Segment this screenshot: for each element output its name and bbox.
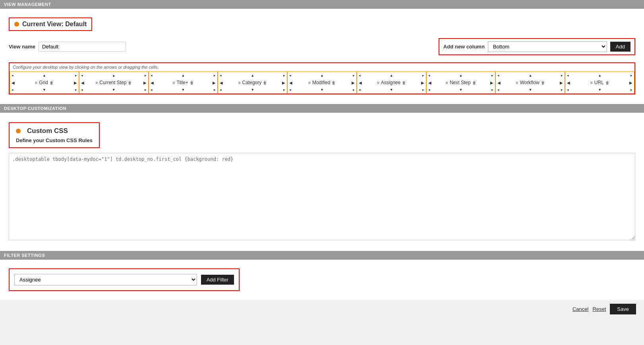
col-topleft-arrow-grid[interactable]: ◂ <box>12 73 14 77</box>
col-right-arrow-current-step[interactable]: ▶ <box>143 81 147 85</box>
col-botleft-arrow-workflow[interactable]: ◂ <box>497 88 499 92</box>
col-up-arrow-title-plus[interactable]: ▲ <box>181 73 185 77</box>
col-down-arrow-workflow[interactable]: ▼ <box>528 88 532 92</box>
col-down-arrow-modified[interactable]: ▼ <box>320 88 324 92</box>
col-trash-icon-next-step[interactable]: 🗑 <box>472 81 476 85</box>
col-left-arrow-url[interactable]: ◀ <box>567 81 570 85</box>
col-right-arrow-url[interactable]: ▶ <box>629 81 632 85</box>
col-topright-arrow-assignee[interactable]: ▸ <box>422 73 424 77</box>
col-botright-arrow-assignee[interactable]: ▸ <box>422 88 424 92</box>
col-down-arrow-url[interactable]: ▼ <box>598 88 601 92</box>
col-topright-arrow-modified[interactable]: ▸ <box>353 73 355 77</box>
add-column-button[interactable]: Add <box>610 42 630 52</box>
col-left-arrow-grid[interactable]: ◀ <box>12 81 15 85</box>
column-cell-current-step: ◂ ▲ ▸ ◀ ≡ Current Step 🗑 ▶ ◂ ▼ ▸ <box>79 71 149 94</box>
col-botleft-arrow-modified[interactable]: ◂ <box>289 88 291 92</box>
col-down-arrow-title-plus[interactable]: ▼ <box>181 88 185 92</box>
col-topleft-arrow-assignee[interactable]: ◂ <box>359 73 361 77</box>
col-right-arrow-category[interactable]: ▶ <box>282 81 285 85</box>
col-trash-icon-url[interactable]: 🗑 <box>605 81 609 85</box>
col-botleft-arrow-title-plus[interactable]: ◂ <box>151 88 153 92</box>
col-down-arrow-current-step[interactable]: ▼ <box>112 88 116 92</box>
col-botright-arrow-category[interactable]: ▸ <box>283 88 285 92</box>
col-left-arrow-workflow[interactable]: ◀ <box>497 81 501 85</box>
col-topleft-arrow-workflow[interactable]: ◂ <box>497 73 499 77</box>
col-name-category: Category <box>242 80 262 85</box>
col-topleft-arrow-url[interactable]: ◂ <box>567 73 569 77</box>
reset-button[interactable]: Reset <box>592 306 606 312</box>
col-trash-icon-workflow[interactable]: 🗑 <box>541 81 545 85</box>
col-right-arrow-workflow[interactable]: ▶ <box>560 81 563 85</box>
col-left-arrow-modified[interactable]: ◀ <box>289 81 292 85</box>
col-botright-arrow-url[interactable]: ▸ <box>630 88 632 92</box>
col-menu-icon-workflow: ≡ <box>516 80 518 85</box>
col-topright-arrow-title-plus[interactable]: ▸ <box>214 73 216 77</box>
columns-hint: Configure your desktop view by clicking … <box>10 63 634 71</box>
col-trash-icon-assignee[interactable]: 🗑 <box>402 81 406 85</box>
col-topleft-arrow-modified[interactable]: ◂ <box>289 73 291 77</box>
col-topright-arrow-next-step[interactable]: ▸ <box>491 73 493 77</box>
col-left-arrow-category[interactable]: ◀ <box>220 81 223 85</box>
col-right-arrow-assignee[interactable]: ▶ <box>421 81 424 85</box>
col-topleft-arrow-next-step[interactable]: ◂ <box>428 73 430 77</box>
col-up-arrow-next-step[interactable]: ▲ <box>459 73 463 77</box>
col-botleft-arrow-assignee[interactable]: ◂ <box>359 88 361 92</box>
col-botright-arrow-grid[interactable]: ▸ <box>75 88 77 92</box>
col-label-next-step: ≡ Next Step 🗑 <box>446 80 476 85</box>
col-botleft-arrow-current-step[interactable]: ◂ <box>81 88 83 92</box>
col-label-url: ≡ URL 🗑 <box>590 80 609 85</box>
col-botleft-arrow-next-step[interactable]: ◂ <box>428 88 430 92</box>
col-up-arrow-url[interactable]: ▲ <box>598 73 601 77</box>
orange-dot-icon <box>14 22 19 27</box>
col-topleft-arrow-title-plus[interactable]: ◂ <box>151 73 153 77</box>
col-botleft-arrow-category[interactable]: ◂ <box>220 88 222 92</box>
col-topright-arrow-grid[interactable]: ▸ <box>75 73 77 77</box>
col-trash-icon-category[interactable]: 🗑 <box>263 81 267 85</box>
col-botright-arrow-next-step[interactable]: ▸ <box>491 88 493 92</box>
col-botleft-arrow-grid[interactable]: ◂ <box>12 88 14 92</box>
col-up-arrow-assignee[interactable]: ▲ <box>390 73 393 77</box>
col-down-arrow-next-step[interactable]: ▼ <box>459 88 463 92</box>
col-down-arrow-grid[interactable]: ▼ <box>43 88 46 92</box>
col-name-url: URL <box>594 80 604 85</box>
col-name-current-step: Current Step <box>99 80 126 85</box>
add-column-select[interactable]: Bottom <box>488 41 607 52</box>
col-trash-icon-grid[interactable]: 🗑 <box>50 81 54 85</box>
col-up-arrow-workflow[interactable]: ▲ <box>528 73 532 77</box>
cancel-button[interactable]: Cancel <box>572 306 588 312</box>
col-left-arrow-assignee[interactable]: ◀ <box>359 81 362 85</box>
save-button[interactable]: Save <box>610 304 636 314</box>
add-filter-button[interactable]: Add Filter <box>201 275 234 285</box>
col-botright-arrow-current-step[interactable]: ▸ <box>145 88 147 92</box>
col-botright-arrow-title-plus[interactable]: ▸ <box>214 88 216 92</box>
col-left-arrow-current-step[interactable]: ◀ <box>81 81 84 85</box>
col-topright-arrow-url[interactable]: ▸ <box>630 73 632 77</box>
col-up-arrow-grid[interactable]: ▲ <box>43 73 46 77</box>
col-topright-arrow-workflow[interactable]: ▸ <box>561 73 563 77</box>
col-topright-arrow-category[interactable]: ▸ <box>283 73 285 77</box>
col-trash-icon-current-step[interactable]: 🗑 <box>128 81 132 85</box>
col-down-arrow-assignee[interactable]: ▼ <box>390 88 393 92</box>
col-up-arrow-modified[interactable]: ▲ <box>320 73 324 77</box>
col-left-arrow-title-plus[interactable]: ◀ <box>151 81 154 85</box>
col-topleft-arrow-current-step[interactable]: ◂ <box>81 73 83 77</box>
col-topright-arrow-current-step[interactable]: ▸ <box>145 73 147 77</box>
col-up-arrow-current-step[interactable]: ▲ <box>112 73 116 77</box>
col-left-arrow-next-step[interactable]: ◀ <box>428 81 431 85</box>
col-up-arrow-category[interactable]: ▲ <box>251 73 254 77</box>
css-textarea[interactable] <box>9 153 635 240</box>
col-name-title-plus: Title+ <box>177 80 188 85</box>
col-botright-arrow-modified[interactable]: ▸ <box>353 88 355 92</box>
col-trash-icon-title-plus[interactable]: 🗑 <box>190 81 194 85</box>
col-right-arrow-grid[interactable]: ▶ <box>74 81 77 85</box>
col-botright-arrow-workflow[interactable]: ▸ <box>561 88 563 92</box>
col-right-arrow-next-step[interactable]: ▶ <box>490 81 493 85</box>
col-trash-icon-modified[interactable]: 🗑 <box>332 81 336 85</box>
col-right-arrow-modified[interactable]: ▶ <box>352 81 355 85</box>
view-name-input[interactable] <box>39 42 126 52</box>
col-botleft-arrow-url[interactable]: ◂ <box>567 88 569 92</box>
filter-select[interactable]: Assignee <box>14 274 197 285</box>
col-topleft-arrow-category[interactable]: ◂ <box>220 73 222 77</box>
col-right-arrow-title-plus[interactable]: ▶ <box>213 81 216 85</box>
col-down-arrow-category[interactable]: ▼ <box>251 88 254 92</box>
